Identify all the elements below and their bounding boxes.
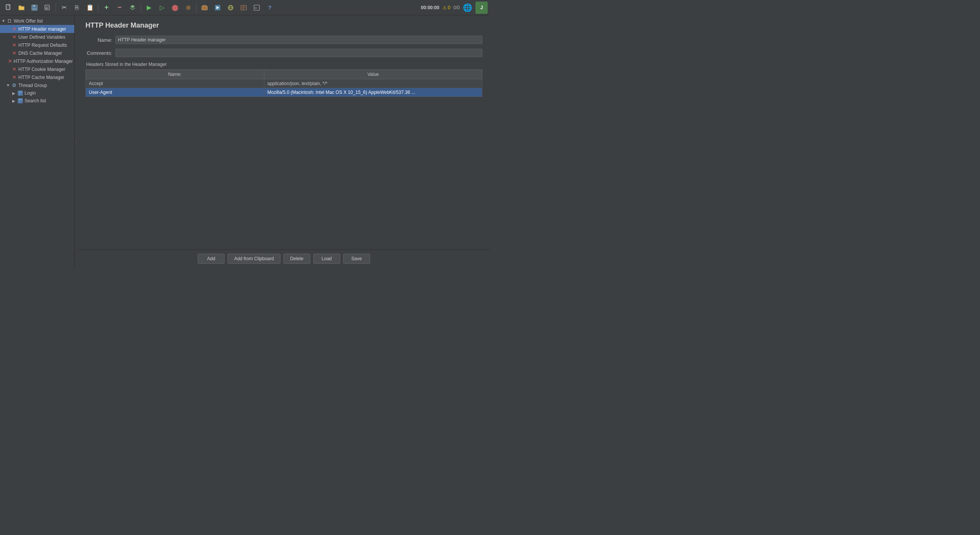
help-btn[interactable]: ? bbox=[264, 2, 276, 14]
sidebar-root-label: Work Offer list bbox=[14, 18, 43, 24]
panel-divider[interactable]: ⋮ bbox=[75, 15, 78, 268]
sidebar-root[interactable]: ▼ 🗋 Work Offer list bbox=[0, 17, 74, 25]
svg-text:≡: ≡ bbox=[255, 6, 257, 10]
hrd-icon: ✕ bbox=[11, 42, 17, 48]
run-btn[interactable] bbox=[211, 2, 224, 14]
svg-rect-22 bbox=[19, 102, 21, 102]
template-btn[interactable] bbox=[238, 2, 250, 14]
thread-icon: ⚙ bbox=[11, 82, 17, 88]
remove-btn[interactable]: − bbox=[113, 2, 126, 14]
row-name-cell: User-Agent bbox=[86, 88, 264, 97]
name-input[interactable] bbox=[115, 36, 482, 44]
sidebar-http-header-label: HTTP Header manager bbox=[18, 26, 66, 32]
headers-table-section: Headers Stored in the Header Manager Nam… bbox=[85, 62, 482, 243]
toolbar: A ✂ ⎘ 📋 + − ▶ ▷ ⬤ ⊗ bbox=[0, 0, 490, 15]
sidebar-item-search-list[interactable]: ▶ Search list bbox=[0, 97, 74, 105]
sidebar-item-http-request-defaults[interactable]: ✕ HTTP Request Defaults bbox=[0, 41, 74, 49]
sidebar-dns-label: DNS Cache Manager bbox=[18, 51, 62, 56]
action-button-bar: Add Add from Clipboard Delete Load Save bbox=[78, 249, 490, 268]
toolbar-right: 00:00:00 ⚠ 0 0/0 🌐 J bbox=[421, 2, 488, 14]
globe-btn[interactable]: 🌐 bbox=[463, 3, 472, 12]
sidebar-cookie-label: HTTP Cookie Manager bbox=[18, 67, 66, 72]
load-btn[interactable]: Load bbox=[313, 254, 340, 264]
save-file-btn[interactable] bbox=[28, 2, 41, 14]
java-btn[interactable]: J bbox=[475, 2, 488, 14]
warning-indicator: ⚠ 0 bbox=[442, 5, 451, 10]
sidebar-item-thread-group[interactable]: ▼ ⚙ Thread Group bbox=[0, 81, 74, 89]
headers-table: Name: Value Accept application/json, tex… bbox=[85, 69, 482, 97]
warning-icon: ⚠ bbox=[442, 5, 447, 10]
shutdown-btn[interactable]: ⊗ bbox=[182, 2, 194, 14]
separator-1 bbox=[56, 3, 56, 12]
sidebar-login-label: Login bbox=[25, 90, 36, 96]
cache-icon: ✕ bbox=[11, 74, 17, 80]
sidebar-udv-label: User Defined Variables bbox=[18, 34, 66, 40]
ratio-display: 0/0 bbox=[453, 5, 460, 10]
svg-rect-17 bbox=[19, 93, 22, 94]
delete-header-btn[interactable]: Delete bbox=[284, 254, 310, 264]
sidebar-item-dns-cache-manager[interactable]: ✕ DNS Cache Manager bbox=[0, 49, 74, 57]
sidebar-hrd-label: HTTP Request Defaults bbox=[18, 43, 67, 48]
search-list-icon bbox=[17, 98, 23, 103]
clear-btn[interactable] bbox=[198, 2, 211, 14]
auth-icon: ✕ bbox=[8, 58, 12, 64]
separator-4 bbox=[196, 3, 197, 12]
login-arrow: ▶ bbox=[12, 91, 16, 95]
sidebar-item-login[interactable]: ▶ Login bbox=[0, 89, 74, 97]
svg-rect-20 bbox=[19, 99, 22, 100]
svg-text:A: A bbox=[46, 7, 48, 10]
sidebar-thread-label: Thread Group bbox=[18, 83, 47, 88]
start-no-pause-btn[interactable]: ▷ bbox=[156, 2, 168, 14]
headers-table-body: Accept application/json, text/plain, */*… bbox=[86, 79, 482, 97]
svg-rect-18 bbox=[19, 94, 21, 95]
table-row[interactable]: Accept application/json, text/plain, */* bbox=[86, 79, 482, 88]
sidebar-item-http-header-manager[interactable]: ✕ HTTP Header manager bbox=[0, 25, 74, 33]
remote-btn[interactable] bbox=[225, 2, 237, 14]
http-header-icon: ✕ bbox=[11, 26, 17, 32]
row-value-cell: application/json, text/plain, */* bbox=[264, 79, 482, 88]
row-value-cell: Mozilla/5.0 (Macintosh; Intel Mac OS X 1… bbox=[264, 88, 482, 97]
udv-icon: ✕ bbox=[11, 34, 17, 40]
comments-input[interactable] bbox=[115, 49, 482, 57]
cookie-icon: ✕ bbox=[11, 66, 17, 72]
toggle-btn[interactable] bbox=[126, 2, 139, 14]
start-btn[interactable]: ▶ bbox=[143, 2, 155, 14]
name-label: Name: bbox=[85, 37, 112, 43]
save-as-btn[interactable]: A bbox=[41, 2, 54, 14]
add-header-btn[interactable]: Add bbox=[198, 254, 225, 264]
sidebar-item-user-defined-variables[interactable]: ✕ User Defined Variables bbox=[0, 33, 74, 41]
sidebar-item-http-cookie-manager[interactable]: ✕ HTTP Cookie Manager bbox=[0, 65, 74, 73]
separator-3 bbox=[141, 3, 141, 12]
thread-arrow: ▼ bbox=[6, 83, 10, 87]
open-btn[interactable] bbox=[15, 2, 28, 14]
report-btn[interactable]: ≡ bbox=[251, 2, 263, 14]
cut-btn[interactable]: ✂ bbox=[58, 2, 70, 14]
row-name-cell: Accept bbox=[86, 79, 264, 88]
main-area: ▼ 🗋 Work Offer list ✕ HTTP Header manage… bbox=[0, 15, 490, 268]
col-value-header: Value bbox=[264, 70, 482, 79]
timer-display: 00:00:00 bbox=[421, 5, 439, 10]
root-arrow: ▼ bbox=[2, 19, 5, 23]
sidebar-item-http-auth-manager[interactable]: ✕ HTTP Authorization Manager bbox=[0, 57, 74, 65]
sidebar: ▼ 🗋 Work Offer list ✕ HTTP Header manage… bbox=[0, 15, 75, 268]
paste-btn[interactable]: 📋 bbox=[84, 2, 96, 14]
add-btn[interactable]: + bbox=[100, 2, 113, 14]
save-btn[interactable]: Save bbox=[343, 254, 370, 264]
http-header-manager-panel: HTTP Header Manager Name: Comments: Head… bbox=[78, 15, 490, 249]
headers-table-header-row: Name: Value bbox=[86, 70, 482, 79]
search-arrow: ▶ bbox=[12, 99, 16, 103]
add-clipboard-btn[interactable]: Add from Clipboard bbox=[228, 254, 280, 264]
table-row[interactable]: User-Agent Mozilla/5.0 (Macintosh; Intel… bbox=[86, 88, 482, 97]
warning-count: 0 bbox=[448, 5, 451, 10]
sidebar-item-http-cache-manager[interactable]: ✕ HTTP Cache Manager bbox=[0, 73, 74, 81]
svg-rect-3 bbox=[33, 8, 36, 10]
headers-table-head: Name: Value bbox=[86, 70, 482, 79]
stop-btn[interactable]: ⬤ bbox=[169, 2, 181, 14]
sidebar-cache-label: HTTP Cache Manager bbox=[18, 75, 64, 80]
svg-rect-6 bbox=[202, 6, 207, 10]
sidebar-auth-label: HTTP Authorization Manager bbox=[13, 59, 73, 64]
login-icon bbox=[17, 90, 23, 96]
comments-label: Comments: bbox=[85, 50, 112, 56]
new-file-btn[interactable] bbox=[2, 2, 15, 14]
copy-btn[interactable]: ⎘ bbox=[71, 2, 83, 14]
